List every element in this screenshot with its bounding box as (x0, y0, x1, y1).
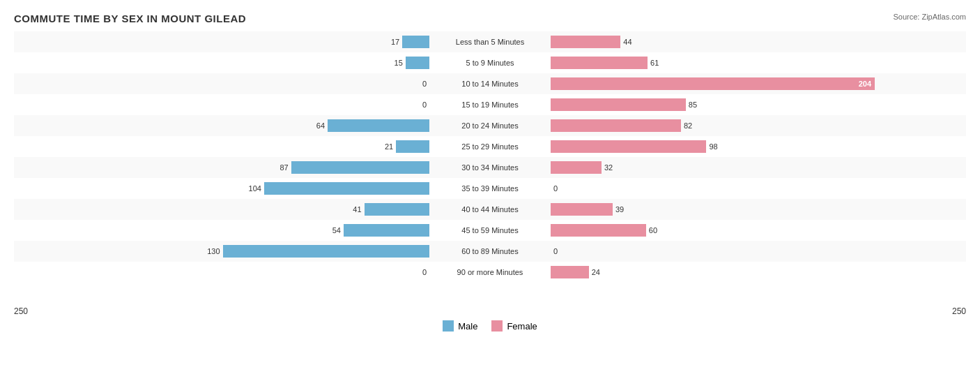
bar-label: 90 or more Minutes (431, 268, 549, 276)
male-value: 104 (249, 184, 261, 193)
legend: Male Female (14, 320, 966, 332)
bar-label: 35 to 39 Minutes (431, 184, 549, 193)
legend-male-box (443, 320, 454, 332)
table-row: 546045 to 59 Minutes (14, 220, 966, 241)
bar-label: 30 to 34 Minutes (431, 163, 549, 172)
female-value: 82 (684, 121, 692, 130)
bar-label: 25 to 29 Minutes (431, 142, 549, 151)
table-row: 02490 or more Minutes (14, 262, 966, 283)
male-value: 87 (280, 163, 288, 172)
female-bar: 60 (551, 224, 646, 237)
male-bar: 54 (344, 224, 429, 237)
legend-female-label: Female (507, 321, 537, 332)
male-value: 21 (385, 142, 393, 151)
male-value: 0 (422, 80, 427, 88)
female-bar: 24 (551, 266, 589, 278)
female-bar: 85 (551, 98, 686, 111)
table-row: 648220 to 24 Minutes (14, 115, 966, 136)
table-row: 1744Less than 5 Minutes (14, 31, 966, 52)
table-row: 15615 to 9 Minutes (14, 52, 966, 73)
male-bar: 64 (328, 119, 429, 132)
male-value: 54 (332, 226, 341, 234)
male-bar: 104 (264, 182, 429, 195)
male-value: 0 (422, 100, 427, 109)
chart-container: COMMUTE TIME BY SEX IN MOUNT GILEAD Sour… (0, 0, 980, 365)
table-row: 219825 to 29 Minutes (14, 136, 966, 157)
legend-male: Male (443, 320, 477, 332)
female-value: 0 (553, 247, 558, 255)
female-bar: 204 (551, 77, 875, 90)
table-row: 104035 to 39 Minutes (14, 178, 966, 199)
male-value: 64 (316, 121, 325, 130)
legend-female: Female (491, 320, 537, 332)
bar-label: 20 to 24 Minutes (431, 121, 549, 130)
source-text: Source: ZipAtlas.com (893, 13, 966, 21)
axis-bottom: 250 250 (14, 306, 966, 316)
female-value: 24 (592, 268, 600, 276)
female-bar: 44 (551, 36, 620, 48)
female-value: 0 (553, 184, 558, 193)
male-value: 130 (207, 247, 220, 255)
male-bar: 130 (223, 245, 429, 258)
legend-female-box (491, 320, 503, 332)
legend-male-label: Male (458, 321, 477, 332)
bar-label: 60 to 89 Minutes (431, 247, 549, 255)
bars-area: 1744Less than 5 Minutes15615 to 9 Minute… (14, 31, 966, 304)
bar-label: 10 to 14 Minutes (431, 80, 549, 88)
female-value: 44 (623, 38, 631, 46)
axis-right-label: 250 (952, 306, 966, 316)
bar-label: 40 to 44 Minutes (431, 205, 549, 214)
female-value: 85 (689, 100, 697, 109)
male-value: 15 (395, 59, 403, 67)
female-bar: 82 (551, 119, 681, 132)
male-value: 17 (391, 38, 399, 46)
bar-label: 45 to 59 Minutes (431, 226, 549, 234)
female-bar: 61 (551, 57, 648, 69)
female-value: 98 (709, 142, 717, 151)
table-row: 020410 to 14 Minutes (14, 73, 966, 94)
female-value: 60 (649, 226, 657, 234)
bar-label: Less than 5 Minutes (431, 38, 549, 46)
female-bar: 32 (551, 161, 602, 174)
male-value: 41 (353, 205, 361, 214)
male-bar: 17 (402, 36, 429, 48)
female-bar: 39 (551, 203, 613, 216)
female-value: 204 (859, 80, 871, 88)
male-bar: 21 (396, 140, 429, 153)
male-bar: 41 (365, 203, 429, 216)
male-bar: 87 (291, 161, 429, 174)
female-value: 39 (615, 205, 624, 214)
table-row: 08515 to 19 Minutes (14, 94, 966, 115)
bar-label: 15 to 19 Minutes (431, 100, 549, 109)
table-row: 130060 to 89 Minutes (14, 241, 966, 262)
female-value: 32 (604, 163, 613, 172)
table-row: 873230 to 34 Minutes (14, 157, 966, 178)
female-bar: 98 (551, 140, 706, 153)
bar-label: 5 to 9 Minutes (431, 59, 549, 67)
axis-left-label: 250 (14, 306, 28, 316)
table-row: 413940 to 44 Minutes (14, 199, 966, 220)
male-value: 0 (422, 268, 427, 276)
chart-title: COMMUTE TIME BY SEX IN MOUNT GILEAD (14, 13, 966, 24)
male-bar: 15 (406, 57, 429, 69)
female-value: 61 (650, 59, 659, 67)
